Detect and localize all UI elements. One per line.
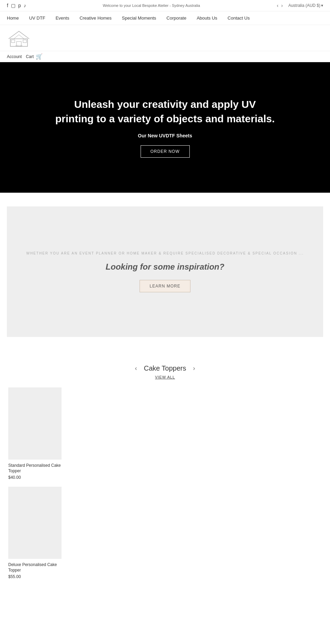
- hero-section: Unleash your creativity and apply UV pri…: [0, 62, 330, 193]
- inspiration-title: Looking for some inspiration?: [106, 262, 224, 272]
- product-price-1: $40.00: [8, 475, 62, 480]
- main-nav: Home UV DTF Events Creative Homes Specia…: [0, 11, 330, 25]
- spacer-2: [0, 337, 330, 351]
- top-bar: f ▢ p ♪ Welcome to your Local Bespoke At…: [0, 0, 330, 11]
- nav-item-contact-us[interactable]: Contact Us: [228, 15, 250, 21]
- nav-item-corporate[interactable]: Corporate: [166, 15, 186, 21]
- product-section: ‹ Cake Toppers › VIEW ALL Standard Perso…: [0, 351, 330, 593]
- cart-link[interactable]: Cart: [26, 54, 34, 59]
- product-name-1: Standard Personalised Cake Topper: [8, 463, 62, 474]
- product-card[interactable]: Deluxe Personalised Cake Topper $55.00: [8, 487, 62, 579]
- svg-rect-2: [11, 40, 15, 43]
- carousel-prev-button[interactable]: ‹: [135, 365, 137, 372]
- hero-title: Unleash your creativity and apply UV pri…: [55, 97, 275, 126]
- hero-subtitle: Our New UVDTF Sheets: [138, 133, 192, 138]
- pinterest-icon[interactable]: p: [18, 3, 21, 8]
- order-now-button[interactable]: ORDER NOW: [141, 145, 190, 158]
- carousel-next-button[interactable]: ›: [193, 365, 195, 372]
- svg-rect-3: [23, 40, 26, 43]
- carousel-title: Cake Toppers: [144, 364, 186, 372]
- inspiration-section: WHETHER YOU ARE AN EVENT PLANNER OR HOME…: [7, 206, 323, 337]
- carousel-header: ‹ Cake Toppers ›: [7, 364, 323, 372]
- account-cart-bar: Account Cart 🛒: [0, 51, 330, 62]
- instagram-icon[interactable]: ▢: [11, 3, 15, 8]
- facebook-icon[interactable]: f: [7, 3, 8, 8]
- nav-item-uv-dtf[interactable]: UV DTF: [29, 15, 45, 21]
- account-link[interactable]: Account: [7, 54, 22, 59]
- product-image-2: [8, 487, 62, 559]
- spacer-1: [0, 193, 330, 206]
- currency-label: Australia (AUD $): [288, 3, 320, 8]
- learn-more-button[interactable]: LEARN MORE: [140, 280, 190, 292]
- site-logo[interactable]: ATELIER: [7, 29, 31, 47]
- slider-controls[interactable]: ‹ ›: [277, 3, 283, 8]
- social-icons: f ▢ p ♪: [7, 3, 26, 8]
- nav-item-events[interactable]: Events: [56, 15, 69, 21]
- product-image-1: [8, 387, 62, 460]
- cart-icon[interactable]: 🛒: [36, 53, 43, 60]
- logo-area: ATELIER: [0, 25, 330, 51]
- nav-item-creative-homes[interactable]: Creative Homes: [79, 15, 111, 21]
- prev-slide-button[interactable]: ‹: [277, 3, 278, 8]
- currency-chevron-icon: ▾: [321, 3, 323, 8]
- product-price-2: $55.00: [8, 574, 62, 579]
- welcome-text: Welcome to your Local Bespoke Atelier - …: [26, 3, 277, 8]
- nav-item-home[interactable]: Home: [7, 15, 19, 21]
- product-grid: Standard Personalised Cake Topper $40.00…: [7, 387, 323, 579]
- view-all-link[interactable]: VIEW ALL: [7, 375, 323, 379]
- next-slide-button[interactable]: ›: [281, 3, 283, 8]
- product-card[interactable]: Standard Personalised Cake Topper $40.00: [8, 387, 62, 480]
- currency-selector[interactable]: Australia (AUD $) ▾: [288, 3, 323, 8]
- svg-text:ATELIER: ATELIER: [15, 45, 23, 47]
- product-name-2: Deluxe Personalised Cake Topper: [8, 562, 62, 573]
- tiktok-icon[interactable]: ♪: [24, 3, 26, 8]
- inspiration-marquee: WHETHER YOU ARE AN EVENT PLANNER OR HOME…: [21, 251, 309, 255]
- nav-item-abouts-us[interactable]: Abouts Us: [197, 15, 217, 21]
- nav-item-special-moments[interactable]: Special Moments: [122, 15, 156, 21]
